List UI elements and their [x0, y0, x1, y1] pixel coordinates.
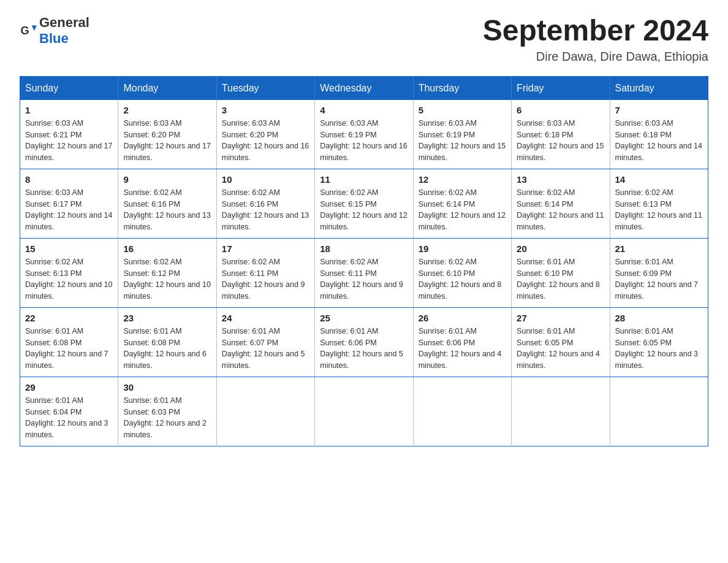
title-area: September 2024 Dire Dawa, Dire Dawa, Eth…	[483, 15, 708, 64]
day-number: 7	[615, 105, 703, 115]
day-number: 2	[123, 105, 211, 115]
day-info: Sunrise: 6:01 AMSunset: 6:03 PMDaylight:…	[123, 395, 211, 441]
calendar-cell: 30Sunrise: 6:01 AMSunset: 6:03 PMDayligh…	[118, 377, 216, 446]
calendar-cell: 4Sunrise: 6:03 AMSunset: 6:19 PMDaylight…	[315, 100, 413, 169]
logo-text-general: General	[39, 15, 89, 30]
day-number: 13	[517, 174, 604, 185]
calendar-week-row: 15Sunrise: 6:02 AMSunset: 6:13 PMDayligh…	[20, 238, 708, 307]
day-info: Sunrise: 6:02 AMSunset: 6:12 PMDaylight:…	[123, 256, 211, 302]
day-info: Sunrise: 6:02 AMSunset: 6:14 PMDaylight:…	[419, 187, 506, 233]
calendar-week-row: 22Sunrise: 6:01 AMSunset: 6:08 PMDayligh…	[20, 307, 708, 377]
svg-marker-1	[32, 26, 37, 31]
calendar-cell	[315, 377, 413, 446]
calendar-cell: 19Sunrise: 6:02 AMSunset: 6:10 PMDayligh…	[413, 238, 511, 307]
day-info: Sunrise: 6:02 AMSunset: 6:16 PMDaylight:…	[123, 187, 211, 233]
day-info: Sunrise: 6:01 AMSunset: 6:04 PMDaylight:…	[25, 395, 113, 441]
day-number: 26	[419, 313, 506, 323]
calendar-cell: 29Sunrise: 6:01 AMSunset: 6:04 PMDayligh…	[20, 377, 118, 446]
calendar-cell	[512, 377, 610, 446]
day-number: 17	[222, 243, 309, 254]
day-info: Sunrise: 6:02 AMSunset: 6:11 PMDaylight:…	[222, 256, 309, 302]
day-info: Sunrise: 6:03 AMSunset: 6:19 PMDaylight:…	[320, 118, 408, 164]
day-number: 12	[419, 174, 506, 185]
day-info: Sunrise: 6:01 AMSunset: 6:07 PMDaylight:…	[222, 326, 309, 372]
calendar-week-row: 8Sunrise: 6:03 AMSunset: 6:17 PMDaylight…	[20, 169, 708, 238]
day-number: 23	[123, 313, 211, 323]
calendar-table: SundayMondayTuesdayWednesdayThursdayFrid…	[20, 76, 708, 446]
day-number: 4	[320, 105, 408, 115]
logo-icon: G	[20, 22, 37, 39]
day-info: Sunrise: 6:01 AMSunset: 6:08 PMDaylight:…	[25, 326, 113, 372]
calendar-cell: 16Sunrise: 6:02 AMSunset: 6:12 PMDayligh…	[118, 238, 216, 307]
weekday-header: Thursday	[413, 76, 511, 100]
day-number: 1	[25, 105, 113, 115]
day-info: Sunrise: 6:03 AMSunset: 6:19 PMDaylight:…	[419, 118, 506, 164]
calendar-cell: 14Sunrise: 6:02 AMSunset: 6:13 PMDayligh…	[610, 169, 708, 238]
weekday-header: Saturday	[610, 76, 708, 100]
day-info: Sunrise: 6:03 AMSunset: 6:18 PMDaylight:…	[615, 118, 703, 164]
calendar-cell: 28Sunrise: 6:01 AMSunset: 6:05 PMDayligh…	[610, 307, 708, 377]
weekday-header: Tuesday	[216, 76, 314, 100]
weekday-header: Friday	[512, 76, 610, 100]
day-info: Sunrise: 6:02 AMSunset: 6:14 PMDaylight:…	[517, 187, 604, 233]
calendar-cell: 2Sunrise: 6:03 AMSunset: 6:20 PMDaylight…	[118, 100, 216, 169]
day-info: Sunrise: 6:01 AMSunset: 6:06 PMDaylight:…	[419, 326, 506, 372]
calendar-cell: 22Sunrise: 6:01 AMSunset: 6:08 PMDayligh…	[20, 307, 118, 377]
day-info: Sunrise: 6:01 AMSunset: 6:05 PMDaylight:…	[517, 326, 604, 372]
calendar-cell: 21Sunrise: 6:01 AMSunset: 6:09 PMDayligh…	[610, 238, 708, 307]
calendar-week-row: 29Sunrise: 6:01 AMSunset: 6:04 PMDayligh…	[20, 377, 708, 446]
day-info: Sunrise: 6:02 AMSunset: 6:16 PMDaylight:…	[222, 187, 309, 233]
day-number: 15	[25, 243, 113, 254]
day-info: Sunrise: 6:01 AMSunset: 6:08 PMDaylight:…	[123, 326, 211, 372]
day-info: Sunrise: 6:03 AMSunset: 6:17 PMDaylight:…	[25, 187, 113, 233]
day-number: 14	[615, 174, 703, 185]
calendar-cell: 25Sunrise: 6:01 AMSunset: 6:06 PMDayligh…	[315, 307, 413, 377]
day-number: 6	[517, 105, 604, 115]
day-number: 22	[25, 313, 113, 323]
calendar-cell: 15Sunrise: 6:02 AMSunset: 6:13 PMDayligh…	[20, 238, 118, 307]
day-info: Sunrise: 6:03 AMSunset: 6:20 PMDaylight:…	[123, 118, 211, 164]
calendar-cell: 26Sunrise: 6:01 AMSunset: 6:06 PMDayligh…	[413, 307, 511, 377]
calendar-cell: 12Sunrise: 6:02 AMSunset: 6:14 PMDayligh…	[413, 169, 511, 238]
day-number: 18	[320, 243, 408, 254]
day-number: 21	[615, 243, 703, 254]
day-number: 5	[419, 105, 506, 115]
day-info: Sunrise: 6:02 AMSunset: 6:10 PMDaylight:…	[419, 256, 506, 302]
day-info: Sunrise: 6:02 AMSunset: 6:11 PMDaylight:…	[320, 256, 408, 302]
weekday-header: Monday	[118, 76, 216, 100]
calendar-cell: 9Sunrise: 6:02 AMSunset: 6:16 PMDaylight…	[118, 169, 216, 238]
day-number: 28	[615, 313, 703, 323]
day-info: Sunrise: 6:02 AMSunset: 6:13 PMDaylight:…	[25, 256, 113, 302]
calendar-cell: 1Sunrise: 6:03 AMSunset: 6:21 PMDaylight…	[20, 100, 118, 169]
month-year-title: September 2024	[483, 15, 708, 47]
day-number: 30	[123, 382, 211, 393]
day-info: Sunrise: 6:01 AMSunset: 6:09 PMDaylight:…	[615, 256, 703, 302]
day-number: 19	[419, 243, 506, 254]
calendar-cell	[216, 377, 314, 446]
calendar-cell: 24Sunrise: 6:01 AMSunset: 6:07 PMDayligh…	[216, 307, 314, 377]
page-header: G General Blue September 2024 Dire Dawa,…	[20, 15, 708, 64]
day-number: 9	[123, 174, 211, 185]
day-info: Sunrise: 6:01 AMSunset: 6:05 PMDaylight:…	[615, 326, 703, 372]
day-number: 25	[320, 313, 408, 323]
calendar-week-row: 1Sunrise: 6:03 AMSunset: 6:21 PMDaylight…	[20, 100, 708, 169]
weekday-header: Sunday	[20, 76, 118, 100]
weekday-header-row: SundayMondayTuesdayWednesdayThursdayFrid…	[20, 76, 708, 100]
calendar-cell	[610, 377, 708, 446]
day-info: Sunrise: 6:03 AMSunset: 6:20 PMDaylight:…	[222, 118, 309, 164]
calendar-cell: 23Sunrise: 6:01 AMSunset: 6:08 PMDayligh…	[118, 307, 216, 377]
day-info: Sunrise: 6:02 AMSunset: 6:13 PMDaylight:…	[615, 187, 703, 233]
day-number: 29	[25, 382, 113, 393]
day-number: 16	[123, 243, 211, 254]
day-info: Sunrise: 6:03 AMSunset: 6:18 PMDaylight:…	[517, 118, 604, 164]
day-number: 8	[25, 174, 113, 185]
logo: G General Blue	[20, 15, 89, 47]
day-number: 27	[517, 313, 604, 323]
day-number: 24	[222, 313, 309, 323]
location-subtitle: Dire Dawa, Dire Dawa, Ethiopia	[483, 50, 708, 64]
svg-text:G: G	[20, 25, 29, 37]
calendar-cell	[413, 377, 511, 446]
calendar-cell: 8Sunrise: 6:03 AMSunset: 6:17 PMDaylight…	[20, 169, 118, 238]
calendar-cell: 6Sunrise: 6:03 AMSunset: 6:18 PMDaylight…	[512, 100, 610, 169]
day-number: 3	[222, 105, 309, 115]
